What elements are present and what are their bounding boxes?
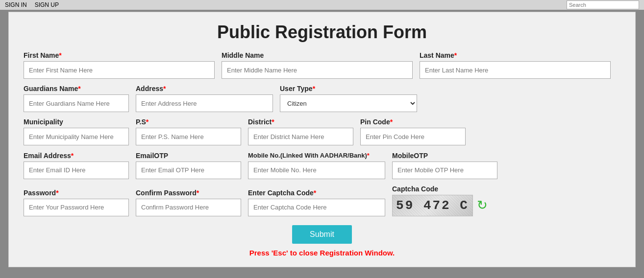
search-input[interactable] [567,0,639,9]
first-name-group: First Name* [24,51,215,79]
last-name-label: Last Name* [420,51,611,59]
esc-note: Press 'Esc' to close Registration Window… [24,249,620,257]
user-type-select[interactable]: Citizen Official [280,94,417,112]
row-email: Email Address* EmailOTP Mobile No.(Linke… [24,151,620,179]
ps-label: P.S* [136,118,241,126]
password-label: Password* [24,189,129,197]
district-label: District* [248,118,353,126]
captcha-display-label: Captcha Code [392,185,488,193]
municipality-input[interactable] [24,128,129,145]
last-name-input[interactable] [420,61,611,79]
submit-row: Submit [24,225,620,244]
address-group: Address* [136,85,273,112]
email-otp-input[interactable] [136,162,241,179]
pin-code-group: Pin Code* [360,118,466,145]
captcha-code-input[interactable] [248,199,385,216]
registration-form-container: Public Registration Form First Name* Mid… [8,12,636,267]
ps-input[interactable] [136,128,241,145]
captcha-area: 59 472 C ↻ [392,195,488,216]
municipality-label: Municipality [24,118,129,126]
signup-link[interactable]: SIGN UP [35,1,59,8]
signin-link[interactable]: SIGN IN [5,1,27,8]
email-otp-group: EmailOTP [136,152,241,179]
confirm-password-label: Confirm Password* [136,189,241,197]
submit-button[interactable]: Submit [292,225,352,244]
topbar-right [567,0,639,9]
mobile-otp-input[interactable] [392,162,497,179]
confirm-password-group: Confirm Password* [136,189,241,216]
middle-name-label: Middle Name [222,51,413,59]
captcha-code-label: Enter Captcha Code* [248,189,385,197]
pin-code-input[interactable] [360,128,466,145]
email-group: Email Address* [24,152,129,179]
middle-name-group: Middle Name [222,51,413,79]
topbar-left: SIGN IN SIGN UP [5,1,59,8]
captcha-display-group: Captcha Code 59 472 C ↻ [392,185,488,216]
topbar: SIGN IN SIGN UP [0,0,644,10]
pin-code-label: Pin Code* [360,118,466,126]
row-name: First Name* Middle Name Last Name* [24,51,620,79]
email-label: Email Address* [24,152,129,160]
captcha-image: 59 472 C [392,195,473,216]
captcha-code-group: Enter Captcha Code* [248,189,385,216]
mobile-otp-label: MobileOTP [392,152,497,160]
form-title: Public Registration Form [24,22,620,43]
district-group: District* [248,118,353,145]
district-input[interactable] [248,128,353,145]
mobile-otp-group: MobileOTP [392,152,497,179]
password-group: Password* [24,189,129,216]
guardians-name-group: Guardians Name* [24,85,129,112]
address-label: Address* [136,85,273,93]
captcha-refresh-icon[interactable]: ↻ [477,198,488,213]
mobile-input[interactable] [248,162,385,179]
first-name-input[interactable] [24,61,215,79]
municipality-group: Municipality [24,118,129,145]
user-type-label: User Type* [280,85,417,93]
mobile-label: Mobile No.(Linked With AADHAR/Bank)* [248,151,385,160]
ps-group: P.S* [136,118,241,145]
guardians-name-label: Guardians Name* [24,85,129,93]
confirm-password-input[interactable] [136,199,241,216]
password-input[interactable] [24,199,129,216]
row-municipality: Municipality P.S* District* Pin Code* [24,118,620,145]
row-password: Password* Confirm Password* Enter Captch… [24,185,620,216]
last-name-group: Last Name* [420,51,611,79]
row-guardian: Guardians Name* Address* User Type* Citi… [24,85,620,112]
mobile-group: Mobile No.(Linked With AADHAR/Bank)* [248,151,385,179]
email-otp-label: EmailOTP [136,152,241,160]
email-input[interactable] [24,162,129,179]
first-name-label: First Name* [24,51,215,59]
user-type-group: User Type* Citizen Official [280,85,417,112]
middle-name-input[interactable] [222,61,413,79]
guardians-name-input[interactable] [24,94,129,112]
address-input[interactable] [136,94,273,112]
